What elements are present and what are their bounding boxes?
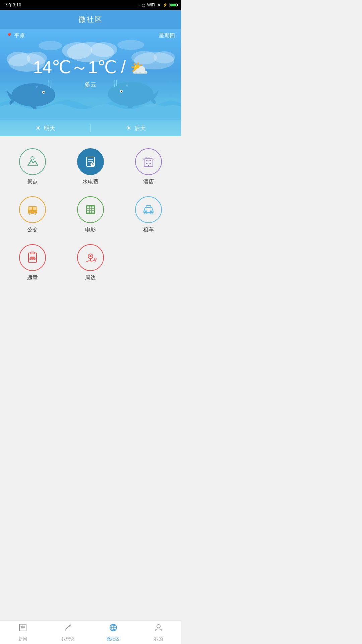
hotel-svg: HOTEL — [141, 155, 156, 169]
hotel-icon-inner: HOTEL — [141, 155, 156, 169]
rental-svg — [141, 202, 156, 217]
utilities-icon — [77, 148, 104, 175]
svg-point-60 — [33, 259, 35, 261]
bus-icon — [19, 196, 46, 223]
services-section: 景点 水电费 — [0, 136, 181, 293]
dayafter-label: 后天 — [134, 124, 146, 132]
sun-icon-tomorrow: ☀ — [35, 124, 41, 132]
battery-icon — [170, 3, 177, 7]
weather-banner: 📍 平凉 星期四 14℃～1℃ / ⛅ 多云 — [0, 29, 181, 136]
nearby-label: 周边 — [85, 274, 96, 281]
svg-point-13 — [43, 92, 45, 93]
violation-icon — [19, 244, 46, 271]
svg-rect-47 — [86, 212, 95, 214]
service-movie[interactable]: 电影 — [61, 191, 119, 239]
svg-line-65 — [95, 260, 96, 262]
service-scenic[interactable]: 景点 — [3, 143, 61, 191]
svg-point-17 — [121, 91, 122, 92]
svg-rect-31 — [146, 163, 147, 164]
svg-point-43 — [34, 213, 36, 215]
services-grid: 景点 水电费 — [0, 143, 181, 287]
svg-point-11 — [12, 83, 55, 107]
wifi-icon: WiFi — [147, 3, 155, 7]
day-of-week: 星期四 — [159, 32, 175, 39]
violation-label: 违章 — [27, 274, 38, 281]
svg-rect-39 — [28, 207, 32, 210]
movie-label: 电影 — [85, 226, 96, 233]
movie-icon — [77, 196, 104, 223]
svg-point-9 — [39, 41, 62, 50]
location-pin-icon: 📍 — [6, 33, 13, 39]
svg-text:HOTEL: HOTEL — [145, 157, 152, 159]
scenic-svg — [25, 154, 40, 169]
weather-cloud-icon: ⛅ — [130, 60, 148, 76]
svg-text:♥: ♥ — [35, 84, 38, 89]
svg-rect-32 — [149, 163, 151, 164]
hotel-icon: HOTEL — [135, 148, 162, 175]
svg-point-36 — [143, 159, 144, 160]
svg-rect-40 — [33, 207, 37, 210]
content-spacer — [0, 293, 181, 361]
status-icons: ··· ◎ WiFi ✕ ⚡ — [136, 3, 177, 7]
svg-rect-55 — [144, 210, 147, 211]
svg-point-59 — [30, 259, 32, 261]
service-nearby[interactable]: 周边 — [61, 239, 119, 287]
rental-icon — [135, 196, 162, 223]
temperature-range: 14℃～1℃ / ⛅ — [0, 56, 181, 79]
rental-label: 租车 — [143, 226, 154, 233]
scenic-icon — [19, 148, 46, 175]
whale-waves-decoration: ♥ ♥ — [0, 80, 181, 120]
svg-point-42 — [29, 213, 31, 215]
tomorrow-label: 明天 — [44, 124, 55, 132]
svg-rect-56 — [150, 210, 153, 211]
svg-point-19 — [31, 157, 34, 160]
svg-point-62 — [89, 255, 92, 257]
sim-icon: ✕ — [157, 3, 161, 7]
svg-point-15 — [108, 82, 154, 106]
bus-svg — [25, 202, 40, 217]
time: 下午3:10 — [4, 2, 21, 8]
bus-label: 公交 — [27, 226, 38, 233]
svg-text:♥: ♥ — [126, 83, 128, 88]
svg-point-37 — [153, 159, 154, 160]
service-utilities[interactable]: 水电费 — [61, 143, 119, 191]
app-title: 微社区 — [78, 14, 103, 24]
tomorrow-forecast: ☀ 明天 — [0, 124, 90, 132]
location: 📍 平凉 — [6, 32, 25, 39]
svg-point-10 — [117, 40, 144, 50]
svg-point-5 — [90, 42, 117, 57]
service-hotel[interactable]: HOTEL 酒店 — [120, 143, 178, 191]
svg-rect-46 — [86, 206, 95, 207]
service-bus[interactable]: 公交 — [3, 191, 61, 239]
svg-rect-29 — [146, 160, 147, 161]
svg-rect-30 — [149, 160, 151, 161]
dayafter-forecast: ☀ 后天 — [91, 124, 181, 132]
hotel-label: 酒店 — [143, 178, 154, 185]
status-bar: 下午3:10 ··· ◎ WiFi ✕ ⚡ — [0, 0, 181, 10]
header: 微社区 — [0, 10, 181, 29]
forecast-row: ☀ 明天 ☀ 后天 — [0, 120, 181, 136]
service-rental[interactable]: 租车 — [120, 191, 178, 239]
city-name: 平凉 — [14, 32, 25, 39]
scenic-label: 景点 — [27, 178, 38, 185]
charge-icon: ⚡ — [163, 3, 168, 7]
movie-svg — [83, 202, 98, 217]
utilities-svg — [83, 154, 98, 169]
utilities-label: 水电费 — [82, 178, 99, 185]
violation-svg — [25, 250, 40, 265]
nearby-svg — [83, 250, 98, 265]
nearby-icon — [77, 244, 104, 271]
sun-icon-dayafter: ☀ — [126, 124, 132, 132]
signal-icon: ··· — [136, 3, 140, 7]
headphone-icon: ◎ — [142, 3, 145, 7]
service-violation[interactable]: 违章 — [3, 239, 61, 287]
